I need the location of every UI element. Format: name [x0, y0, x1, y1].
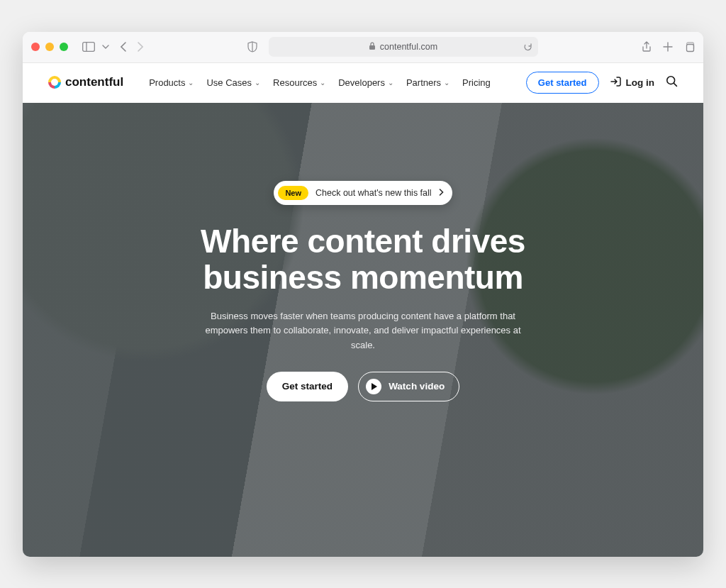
- svg-line-6: [674, 83, 676, 86]
- login-icon: [610, 76, 622, 89]
- address-url: contentful.com: [380, 42, 437, 52]
- login-link[interactable]: Log in: [610, 76, 655, 89]
- nav-item-label: Resources: [273, 77, 317, 88]
- tabs-overview-icon[interactable]: [684, 42, 695, 52]
- browser-chrome: contentful.com: [23, 32, 703, 63]
- nav-item-developers[interactable]: Developers⌄: [338, 77, 393, 88]
- nav-item-label: Pricing: [462, 77, 491, 88]
- get-started-button[interactable]: Get started: [526, 72, 599, 94]
- chevron-right-icon: [439, 188, 444, 198]
- chevron-down-icon: ⌄: [444, 79, 449, 87]
- cta-row: Get started Watch video: [267, 372, 459, 401]
- nav-item-label: Products: [149, 77, 185, 88]
- address-bar[interactable]: contentful.com: [269, 37, 538, 57]
- svg-rect-4: [687, 44, 694, 51]
- chevron-down-icon: ⌄: [388, 79, 393, 87]
- nav-item-resources[interactable]: Resources⌄: [273, 77, 325, 88]
- headline-line-2: business momentum: [203, 259, 523, 296]
- hero: New Check out what's new this fall Where…: [23, 103, 703, 557]
- brand-name: contentful: [65, 75, 123, 89]
- traffic-lights: [31, 43, 68, 51]
- nav-item-label: Use Cases: [206, 77, 252, 88]
- hero-headline: Where content drives business momentum: [201, 223, 525, 296]
- nav-item-products[interactable]: Products⌄: [149, 77, 194, 88]
- nav-item-use-cases[interactable]: Use Cases⌄: [206, 77, 260, 88]
- new-badge: New: [278, 186, 308, 200]
- watch-video-button[interactable]: Watch video: [358, 372, 459, 401]
- pill-text: Check out what's new this fall: [315, 188, 432, 198]
- chevron-down-icon: ⌄: [320, 79, 325, 87]
- refresh-icon[interactable]: [523, 43, 532, 52]
- play-icon: [366, 379, 381, 394]
- announcement-pill[interactable]: New Check out what's new this fall: [274, 181, 452, 205]
- hero-subtext: Business moves faster when teams produci…: [193, 309, 533, 353]
- maximize-window-icon[interactable]: [60, 43, 68, 51]
- site-nav: contentful Products⌄ Use Cases⌄ Resource…: [23, 63, 703, 103]
- forward-icon[interactable]: [137, 42, 143, 52]
- watch-video-label: Watch video: [389, 381, 445, 392]
- chevron-down-icon: ⌄: [188, 79, 194, 87]
- nav-item-partners[interactable]: Partners⌄: [406, 77, 449, 88]
- minimize-window-icon[interactable]: [45, 43, 54, 51]
- chevron-down-icon: ⌄: [255, 79, 260, 87]
- login-label: Log in: [626, 77, 655, 88]
- logo-mark-icon: [48, 76, 61, 89]
- hero-get-started-button[interactable]: Get started: [267, 372, 348, 401]
- svg-rect-0: [83, 43, 95, 52]
- browser-window: contentful.com contentful Products⌄: [23, 32, 703, 557]
- privacy-shield-icon[interactable]: [247, 41, 257, 52]
- logo[interactable]: contentful: [48, 75, 123, 89]
- sidebar-toggle-icon[interactable]: [82, 42, 95, 52]
- close-window-icon[interactable]: [31, 43, 40, 51]
- nav-item-label: Partners: [406, 77, 441, 88]
- search-icon[interactable]: [666, 75, 678, 90]
- lock-icon: [369, 42, 376, 52]
- nav-item-label: Developers: [338, 77, 385, 88]
- nav-menu: Products⌄ Use Cases⌄ Resources⌄ Develope…: [149, 77, 491, 88]
- chevron-down-icon[interactable]: [102, 45, 109, 49]
- new-tab-icon[interactable]: [663, 42, 673, 52]
- share-icon[interactable]: [642, 41, 652, 52]
- headline-line-1: Where content drives: [201, 223, 525, 260]
- svg-rect-3: [369, 45, 375, 50]
- back-icon[interactable]: [121, 42, 127, 52]
- nav-item-pricing[interactable]: Pricing: [462, 77, 491, 88]
